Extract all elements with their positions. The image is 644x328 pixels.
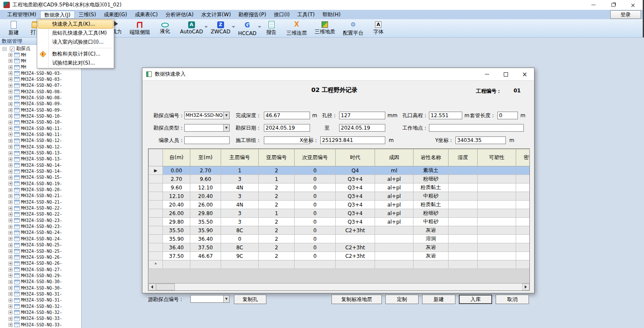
grid-cell[interactable] <box>449 209 478 218</box>
grid-cell[interactable]: al+pl <box>375 183 414 192</box>
grid-cell[interactable] <box>449 218 478 226</box>
grid-cell[interactable] <box>478 201 516 209</box>
grid-cell[interactable]: 0 <box>295 166 336 175</box>
grid-cell[interactable]: 20.40 <box>190 192 221 201</box>
grid-cell[interactable] <box>336 235 375 243</box>
toolbar-button-config-gear[interactable]: ⚙配置平台 <box>341 20 366 37</box>
grid-cell[interactable]: 2 <box>259 183 295 192</box>
dropdown-arrow-icon[interactable] <box>258 26 261 28</box>
grid-cell[interactable]: 溶洞 <box>414 235 449 243</box>
tree-item[interactable]: +MH3Z4-SSD-NQ-26- <box>0 254 81 260</box>
grid-cell[interactable]: 37.50 <box>163 252 190 260</box>
grid-cell[interactable] <box>375 235 414 243</box>
grid-cell[interactable]: 8C <box>221 226 259 235</box>
grid-cell[interactable] <box>414 260 449 269</box>
menu-item-5[interactable]: 数检和关联计算(C)... <box>38 50 113 59</box>
grid-cell[interactable] <box>516 226 530 235</box>
tree-item[interactable]: +MH3Z4-SSD-NQ-30- <box>0 279 81 285</box>
grid-cell[interactable]: Q3+4 <box>336 175 375 183</box>
tree-item[interactable]: +MH3Z4-SSD-NQ-29- <box>0 273 81 279</box>
grid-column-header[interactable]: 自(m) <box>163 149 190 166</box>
row-selector[interactable] <box>149 192 163 201</box>
diameter-field[interactable]: 127 <box>339 112 385 119</box>
grid-column-header[interactable]: 次亚层编号 <box>295 149 336 166</box>
grid-cell[interactable] <box>449 260 478 269</box>
grid-cell[interactable] <box>516 166 530 175</box>
tree-item[interactable]: +MH3Z4-SSD-NQ-22- <box>0 211 81 217</box>
menubar-item-2[interactable]: 数据录入(J) <box>40 11 75 19</box>
grid-cell[interactable]: 0 <box>295 209 336 218</box>
grid-column-header[interactable]: 岩性名称 <box>414 149 449 166</box>
grid-cell[interactable]: 35.90 <box>190 226 221 235</box>
grid-cell[interactable]: 2 <box>259 218 295 226</box>
tree-item[interactable]: +MH3Z4-SSD-NQ-10- <box>0 113 81 119</box>
grid-cell[interactable]: 0 <box>295 218 336 226</box>
scrollbar-thumb[interactable] <box>156 284 175 290</box>
grid-cell[interactable]: 35.50 <box>163 226 190 235</box>
tree-item[interactable]: +MH3Z4-SSD-NQ-03- <box>0 77 81 83</box>
copy-hole-button[interactable]: 复制孔 <box>234 295 266 304</box>
grid-row[interactable]: 35.9036.40020溶洞 <box>149 235 530 243</box>
tree-item[interactable]: +MH3Z4-SSD-NQ-31- <box>0 291 81 297</box>
grid-cell[interactable]: 1 <box>259 209 295 218</box>
close-icon[interactable]: × <box>623 0 643 10</box>
grid-cell[interactable]: Q4 <box>336 166 375 175</box>
grid-cell[interactable]: 1 <box>221 166 259 175</box>
tree-item[interactable]: +MH3Z4-SSD-NQ-14- <box>0 168 81 174</box>
dialog-minimize-icon[interactable] <box>478 68 496 81</box>
dialog-title-bar[interactable]: 数据快速录入 × <box>142 68 534 81</box>
grid-cell[interactable] <box>449 243 478 252</box>
toolbar-button-resistance-red[interactable]: 端阻侧阻 <box>127 20 152 37</box>
grid-column-header[interactable]: 至(m) <box>190 149 221 166</box>
tree-item[interactable]: +MH3Z4-SSD-NQ-27- <box>0 266 81 272</box>
grid-new-row[interactable]: * <box>149 260 530 269</box>
grid-cell[interactable]: al+pl <box>375 192 414 201</box>
grid-cell[interactable]: 粉细砂 <box>414 175 449 183</box>
grid-row[interactable]: 35.5035.908C20C2+3ht灰岩 <box>149 226 530 235</box>
grid-row[interactable]: 20.4026.004N20Q3+4al+pl粉质黏土 <box>149 201 530 209</box>
grid-cell[interactable]: 35.50 <box>190 218 221 226</box>
grid-cell[interactable]: 9.60 <box>163 183 190 192</box>
grid-row[interactable]: 37.5046.679C20C2+3ht灰岩 <box>149 252 530 260</box>
menubar-item-7[interactable]: 水文计算(W) <box>198 11 235 19</box>
collapse-icon[interactable]: − <box>3 47 6 51</box>
tree-item[interactable]: +MH3Z4-SSD-NQ-25- <box>0 242 81 248</box>
tree-item[interactable]: +MH3Z4-SSD-NQ-11- <box>0 132 81 138</box>
grid-cell[interactable]: 29.80 <box>163 218 190 226</box>
grid-cell[interactable] <box>449 201 478 209</box>
grid-cell[interactable] <box>163 260 190 269</box>
grid-cell[interactable]: 0 <box>295 192 336 201</box>
grid-cell[interactable] <box>516 175 530 183</box>
grid-cell[interactable]: 0 <box>295 243 336 252</box>
date-from-field[interactable]: 2024.05.19 <box>264 124 310 132</box>
grid-cell[interactable]: 0 <box>221 235 259 243</box>
grid-cell[interactable] <box>375 243 414 252</box>
tree-item[interactable]: +MH3Z4-SSD-NQ-31- <box>0 297 81 303</box>
tree-item[interactable]: +MH3Z4-SSD-NQ-30- <box>0 285 81 291</box>
grid-row[interactable]: 2.709.60310Q3+4al+pl粉细砂 <box>149 175 530 183</box>
dialog-close-icon[interactable]: × <box>515 68 534 81</box>
menubar-item-4[interactable]: 成果图(G) <box>100 11 131 19</box>
grid-cell[interactable]: Q3+4 <box>336 218 375 226</box>
tree-item[interactable]: +MH3Z4-SSD-NQ-32- <box>0 303 81 309</box>
chevron-down-icon[interactable]: ▼ <box>223 124 229 131</box>
grid-row[interactable]: 26.0029.80310Q3+4al+pl粉细砂 <box>149 209 530 218</box>
toolbar-button-geology-cube[interactable]: 三维地质 <box>313 20 337 37</box>
grid-row[interactable]: ▶0.002.70120Q4ml素填土 <box>149 166 530 175</box>
grid-cell[interactable]: 中粗砂 <box>414 218 449 226</box>
grid-cell[interactable]: 4N <box>221 201 259 209</box>
tree-item[interactable]: +MH3Z4-SSD-NQ-13- <box>0 150 81 156</box>
checked-checkbox-icon[interactable]: ✓ <box>10 47 15 51</box>
toolbar-button-new-doc[interactable]: 新建 <box>4 20 23 37</box>
grid-cell[interactable] <box>478 243 516 252</box>
new-button[interactable]: 新建 <box>422 295 455 304</box>
grid-cell[interactable]: 36.40 <box>163 243 190 252</box>
grid-cell[interactable] <box>449 166 478 175</box>
grid-cell[interactable]: 0 <box>295 175 336 183</box>
grid-cell[interactable]: 0 <box>295 226 336 235</box>
restore-icon[interactable] <box>603 0 623 10</box>
grid-cell[interactable]: Q3+4 <box>336 201 375 209</box>
grid-cell[interactable]: 灰岩 <box>414 226 449 235</box>
source-point-combo[interactable]: ▼ <box>190 295 230 303</box>
grid-cell[interactable] <box>259 260 295 269</box>
